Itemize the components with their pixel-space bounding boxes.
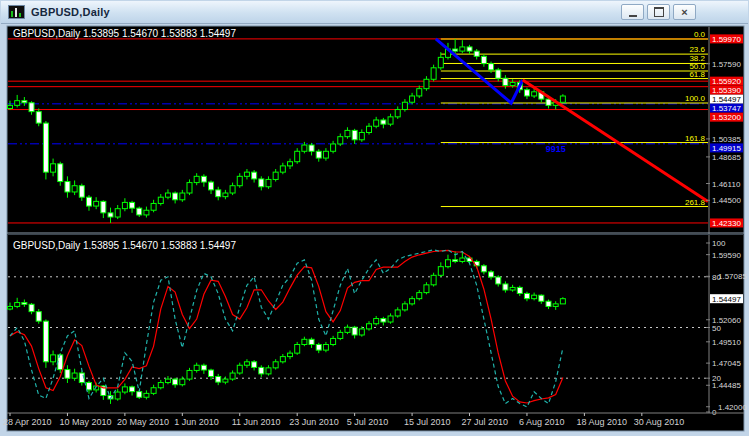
candle — [94, 201, 99, 206]
candle — [237, 365, 242, 373]
time-axis-label: 20 May 2010 — [117, 417, 169, 427]
candle — [503, 78, 508, 85]
candle — [345, 130, 350, 136]
main-chart-ohlc-label: GBPUSD,Daily 1.53895 1.54670 1.53883 1.5… — [13, 28, 236, 39]
candle — [165, 193, 170, 197]
candle — [546, 99, 551, 105]
candle — [158, 383, 163, 388]
candle — [273, 362, 278, 368]
candle — [496, 70, 501, 78]
time-axis-label: 27 Jul 2010 — [462, 417, 509, 427]
candle — [144, 210, 149, 215]
candle — [374, 319, 379, 324]
candle — [101, 201, 106, 212]
candle — [367, 324, 372, 329]
candle — [259, 179, 264, 187]
candle — [29, 304, 34, 311]
candle — [417, 293, 422, 299]
candle — [309, 339, 314, 344]
candle — [460, 47, 465, 51]
candle — [122, 387, 127, 392]
candle — [352, 130, 357, 139]
candle — [295, 151, 300, 161]
price-axis-label: 1.49915 — [712, 144, 741, 153]
candle — [338, 137, 343, 144]
candle — [410, 96, 415, 102]
price-axis-label: 1.42000 — [718, 403, 747, 412]
candle — [8, 306, 13, 309]
candle — [302, 339, 307, 344]
candle — [223, 379, 228, 382]
candle — [216, 376, 221, 382]
candle — [173, 193, 178, 200]
candle — [144, 393, 149, 397]
candle — [223, 193, 228, 197]
candle — [288, 353, 293, 356]
current-price-label: 1.54497 — [712, 295, 741, 304]
fibonacci-level-label: 0.0 — [694, 30, 706, 39]
lower-chart-ohlc-label: GBPUSD,Daily 1.53895 1.54670 1.53883 1.5… — [13, 240, 236, 251]
candle — [86, 383, 91, 390]
candle — [280, 166, 285, 172]
candle — [22, 101, 27, 103]
candle — [72, 186, 77, 192]
candle — [381, 319, 386, 322]
candle — [546, 301, 551, 306]
current-price-label: 1.54497 — [712, 95, 741, 104]
time-axis-label: 1 Jun 2010 — [174, 417, 219, 427]
candle — [331, 338, 336, 344]
candle — [86, 197, 91, 206]
candle — [209, 182, 214, 190]
candle — [194, 365, 199, 370]
candle — [165, 379, 170, 382]
price-axis-label: 1.55920 — [712, 77, 741, 86]
candle — [266, 179, 271, 186]
candle — [510, 82, 515, 85]
candle — [309, 145, 314, 151]
candle — [137, 392, 142, 398]
candle — [388, 316, 393, 322]
candle — [43, 321, 48, 362]
candle — [524, 293, 529, 298]
candle — [65, 370, 70, 379]
time-axis-label: 6 Aug 2010 — [519, 417, 565, 427]
candle — [503, 284, 508, 290]
price-axis-label: 1.44500 — [712, 196, 741, 205]
candle — [288, 162, 293, 166]
candle — [237, 176, 242, 185]
candle — [352, 327, 357, 335]
candle — [302, 145, 307, 151]
candle — [266, 368, 271, 374]
candle — [388, 117, 393, 124]
candle — [359, 132, 364, 139]
candle — [130, 387, 135, 392]
candle — [402, 102, 407, 109]
candle — [8, 105, 13, 108]
price-axis-label: 1.42330 — [712, 219, 741, 228]
candle — [359, 329, 364, 335]
candle — [323, 151, 328, 158]
candle — [51, 355, 56, 362]
candle — [489, 272, 494, 277]
price-axis-label: 1.53747 — [712, 104, 741, 113]
candle — [316, 151, 321, 158]
candle — [402, 304, 407, 310]
price-axis-label: 1.59590 — [712, 251, 741, 260]
candle — [532, 92, 537, 96]
candle — [22, 303, 27, 305]
candle — [417, 89, 422, 96]
candle — [395, 310, 400, 316]
candle — [424, 79, 429, 88]
price-axis-label: 1.59970 — [712, 35, 741, 44]
oscillator-axis-label: 100 — [712, 239, 726, 248]
candle — [216, 190, 221, 197]
time-axis-label: 30 Aug 2010 — [634, 417, 685, 427]
candle — [424, 285, 429, 293]
price-axis-label: 1.53200 — [712, 113, 741, 122]
candle — [108, 213, 113, 217]
candle — [43, 123, 48, 172]
candle — [445, 260, 450, 267]
candle — [230, 373, 235, 379]
candle — [259, 367, 264, 373]
candle — [539, 295, 544, 301]
